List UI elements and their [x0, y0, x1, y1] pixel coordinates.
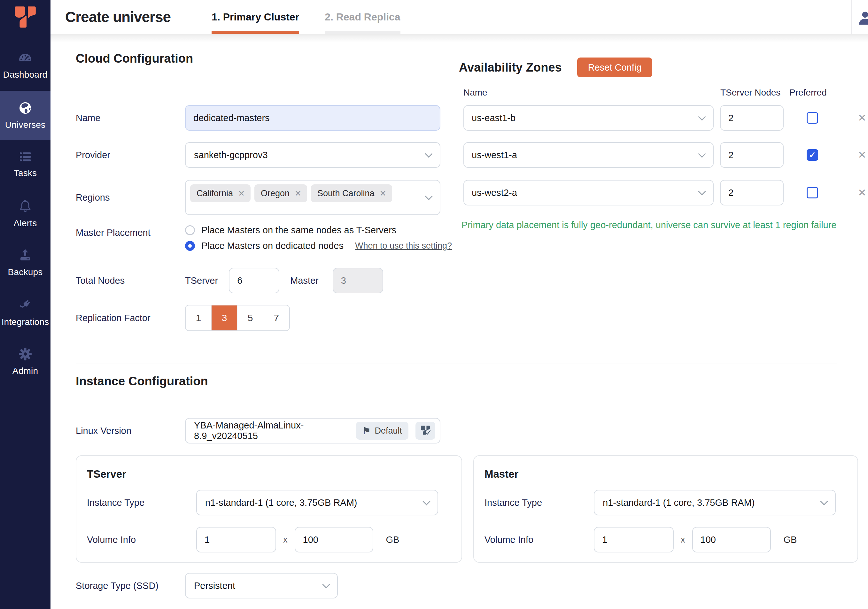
cloud-configuration-heading: Cloud Configuration	[76, 52, 193, 65]
volume-info-label: Volume Info	[485, 535, 594, 545]
tab-primary-cluster[interactable]: 1. Primary Cluster	[212, 0, 299, 34]
preferred-checkbox-unchecked[interactable]	[807, 187, 818, 198]
az-name-select[interactable]: us-west1-a	[463, 142, 714, 168]
instance-type-label: Instance Type	[485, 497, 594, 508]
storage-type-select[interactable]: Persistent	[185, 573, 338, 598]
sidebar-item-dashboard[interactable]: Dashboard	[0, 42, 51, 91]
yugabyte-logo[interactable]	[0, 0, 51, 34]
master-placement-options: Place Masters on the same nodes as T-Ser…	[185, 225, 452, 251]
sidebar-item-integrations[interactable]: Integrations	[0, 288, 51, 337]
sidebar-item-label: Admin	[12, 366, 38, 376]
master-instance-type-select[interactable]: n1-standard-1 (1 core, 3.75GB RAM)	[594, 490, 836, 515]
globe-icon	[18, 101, 33, 115]
list-icon	[18, 151, 33, 164]
chevron-down-icon	[698, 113, 706, 121]
replication-factor-label: Replication Factor	[76, 313, 185, 323]
gauge-icon	[17, 53, 33, 65]
chevron-down-icon	[698, 188, 706, 195]
yugabyte-check-icon	[420, 425, 431, 436]
az-nodes-input[interactable]	[720, 105, 784, 131]
sidebar-item-admin[interactable]: Admin	[0, 337, 51, 386]
tserver-count-input[interactable]	[229, 268, 279, 293]
plug-icon	[17, 297, 33, 313]
master-count-input	[333, 268, 383, 293]
remove-region-icon[interactable]: ✕	[294, 189, 301, 198]
universe-name-input[interactable]	[185, 105, 440, 131]
replication-option-1[interactable]: 1	[186, 305, 212, 330]
az-name-select[interactable]: us-east1-b	[463, 105, 714, 131]
replication-factor-row: Replication Factor 1 3 5 7	[76, 305, 290, 331]
volume-multiplier: x	[283, 535, 288, 545]
master-panel: Master Instance Type n1-standard-1 (1 co…	[473, 455, 858, 563]
tserver-instance-type-select[interactable]: n1-standard-1 (1 core, 3.75GB RAM)	[196, 490, 438, 515]
section-divider	[76, 364, 837, 364]
regions-label: Regions	[76, 192, 185, 203]
sidebar-item-label: Dashboard	[3, 70, 48, 80]
upload-icon	[18, 249, 33, 263]
az-row: us-east1-b ✕	[463, 105, 784, 131]
sidebar-item-backups[interactable]: Backups	[0, 239, 51, 288]
master-volume-count-input[interactable]	[594, 527, 674, 552]
tserver-instance-type-row: Instance Type n1-standard-1 (1 core, 3.7…	[87, 490, 438, 515]
linux-version-select[interactable]: YBA-Managed-AlmaLinux-8.9_v20240515 ⚑ De…	[185, 418, 440, 443]
inactive-tab-indicator	[325, 31, 400, 34]
radio-option-dedicated-nodes[interactable]: Place Masters on dedicated nodes When to…	[185, 240, 452, 251]
chevron-down-icon	[698, 150, 706, 158]
provider-row: Provider sanketh-gcpprov3	[76, 142, 440, 168]
preferred-checkbox-checked[interactable]: ✓	[807, 149, 818, 161]
remove-region-icon[interactable]: ✕	[238, 189, 245, 198]
storage-type-row: Storage Type (SSD) Persistent	[76, 573, 338, 598]
replication-factor-group: 1 3 5 7	[185, 305, 290, 331]
region-chip[interactable]: California ✕	[190, 184, 251, 202]
radio-unselected-icon[interactable]	[185, 225, 195, 235]
volume-multiplier: x	[681, 535, 685, 545]
universe-name-row: Name	[76, 105, 440, 131]
master-volume-row: Volume Info x GB	[485, 527, 797, 552]
chevron-down-icon	[423, 498, 430, 505]
az-name-select[interactable]: us-west2-a	[463, 180, 714, 205]
region-chip[interactable]: South Carolina ✕	[311, 184, 392, 202]
instance-type-label: Instance Type	[87, 497, 196, 508]
user-avatar-icon[interactable]	[856, 8, 868, 28]
radio-option-same-nodes[interactable]: Place Masters on the same nodes as T-Ser…	[185, 225, 452, 236]
master-instance-type-row: Instance Type n1-standard-1 (1 core, 3.7…	[485, 490, 836, 515]
az-nodes-input[interactable]	[720, 142, 784, 168]
remove-az-icon[interactable]: ✕	[858, 187, 866, 199]
replication-option-7[interactable]: 7	[264, 305, 289, 330]
az-row: us-west1-a ✓ ✕	[463, 142, 784, 168]
yb-managed-badge	[415, 422, 435, 440]
sidebar: Dashboard Universes Tasks	[0, 0, 51, 609]
tab-read-replica[interactable]: 2. Read Replica	[325, 0, 400, 34]
name-label: Name	[76, 113, 185, 123]
tserver-volume-count-input[interactable]	[196, 527, 276, 552]
regions-multiselect[interactable]: California ✕ Oregon ✕ South Carolina ✕	[185, 180, 440, 215]
region-chip[interactable]: Oregon ✕	[254, 184, 307, 202]
tserver-volume-size-input[interactable]	[294, 527, 373, 552]
sidebar-item-tasks[interactable]: Tasks	[0, 140, 51, 189]
bell-icon	[18, 199, 33, 214]
radio-selected-icon[interactable]	[185, 241, 195, 251]
master-placement-label: Master Placement	[76, 225, 185, 240]
preferred-checkbox-unchecked[interactable]	[807, 112, 818, 124]
default-badge: ⚑ Default	[356, 422, 408, 440]
replication-option-5[interactable]: 5	[237, 305, 264, 330]
remove-region-icon[interactable]: ✕	[380, 189, 386, 198]
sidebar-item-universes[interactable]: Universes	[0, 91, 51, 140]
reset-config-button[interactable]: Reset Config	[577, 57, 653, 77]
remove-az-icon[interactable]: ✕	[858, 112, 866, 124]
wizard-tabs: 1. Primary Cluster 2. Read Replica	[212, 0, 400, 34]
provider-select[interactable]: sanketh-gcpprov3	[185, 142, 440, 168]
master-volume-size-input[interactable]	[692, 527, 771, 552]
az-row: us-west2-a ✕	[463, 180, 784, 205]
tserver-count-label: TServer	[185, 276, 218, 286]
remove-az-icon[interactable]: ✕	[858, 149, 866, 161]
when-to-use-link[interactable]: When to use this setting?	[355, 241, 452, 251]
chevron-down-icon	[322, 581, 330, 589]
sidebar-item-alerts[interactable]: Alerts	[0, 189, 51, 239]
az-col-nodes: TServer Nodes	[720, 88, 780, 98]
availability-zones-heading: Availability Zones	[459, 61, 562, 74]
replication-option-3[interactable]: 3	[212, 305, 237, 330]
az-nodes-input[interactable]	[720, 180, 784, 205]
header-user-area	[851, 0, 868, 34]
master-placement-row: Master Placement Place Masters on the sa…	[76, 225, 452, 251]
